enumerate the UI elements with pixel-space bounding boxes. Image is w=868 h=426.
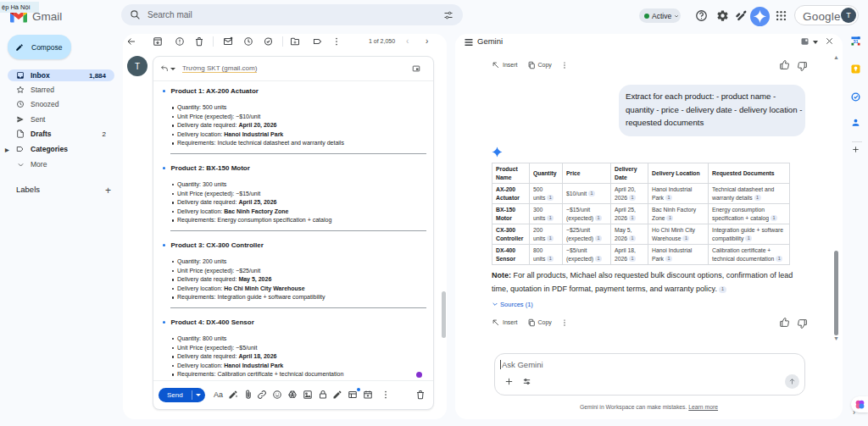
svg-text:31: 31 <box>853 39 858 44</box>
